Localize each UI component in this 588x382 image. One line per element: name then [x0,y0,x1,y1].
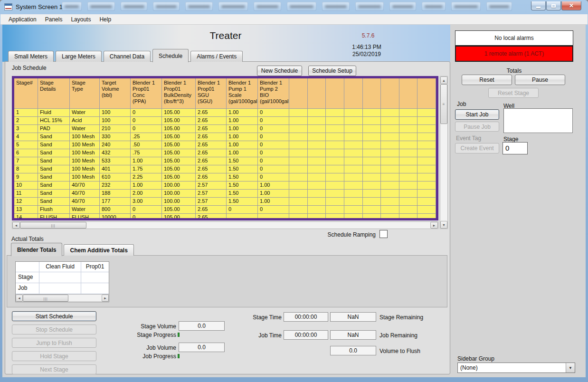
schedule-cell-empty[interactable] [399,157,418,165]
schedule-cell-empty[interactable] [308,173,326,181]
schedule-cell[interactable]: 1.00 [131,157,162,165]
sidebar-group-dropdown[interactable]: (None) ▼ [457,363,575,373]
schedule-cell[interactable]: 105.00 [162,125,196,133]
schedule-cell-empty[interactable] [326,149,344,157]
schedule-cell-empty[interactable] [326,125,344,133]
schedule-cell[interactable]: 188 [100,190,131,198]
schedule-cell[interactable]: 40/70 [70,181,100,190]
schedule-cell-empty[interactable] [417,133,436,141]
schedule-cell-empty[interactable] [399,214,418,220]
schedule-cell[interactable]: 1.50 [227,181,258,190]
well-box[interactable] [503,108,573,133]
scroll-up-arrow[interactable]: ▲ [440,76,447,84]
schedule-cell-empty[interactable] [399,109,418,117]
schedule-cell[interactable]: Sand [38,157,70,165]
schedule-cell-empty[interactable] [289,157,308,165]
schedule-cell-empty[interactable] [399,206,418,214]
tab-blender-totals[interactable]: Blender Totals [11,243,62,256]
tab-schedule[interactable]: Schedule [152,49,189,62]
schedule-cell-empty[interactable] [417,149,436,157]
schedule-cell[interactable]: 1.50 [227,173,258,181]
schedule-cell[interactable]: 14 [14,214,38,220]
vertical-scroll-track[interactable] [440,124,447,221]
schedule-cell-empty[interactable] [308,149,326,157]
schedule-cell-empty[interactable] [289,214,308,220]
schedule-cell-empty[interactable] [308,181,326,190]
schedule-cell-empty[interactable] [289,141,308,149]
schedule-cell[interactable]: 100 Mesh [70,173,100,181]
schedule-cell[interactable]: 2.65 [196,173,227,181]
schedule-cell[interactable]: 0 [258,157,289,165]
schedule-cell[interactable]: 100 [100,117,131,125]
schedule-cell[interactable]: 0 [131,214,162,220]
schedule-cell[interactable]: 1.00 [227,133,258,141]
schedule-cell[interactable]: Water [70,206,100,214]
schedule-cell-empty[interactable] [381,190,399,198]
schedule-cell[interactable]: 1.50 [227,165,258,173]
schedule-cell[interactable]: 1.00 [258,181,289,190]
schedule-cell[interactable]: 13 [14,206,38,214]
schedule-cell-empty[interactable] [399,198,418,206]
schedule-cell[interactable]: 2.25 [131,173,162,181]
schedule-cell[interactable]: 100 Mesh [70,141,100,149]
schedule-cell[interactable]: 1 [14,109,38,117]
schedule-cell[interactable]: 2.00 [131,190,162,198]
close-button[interactable]: ✕ [561,1,581,10]
schedule-cell-empty[interactable] [326,157,344,165]
schedule-cell[interactable]: 432 [100,149,131,157]
schedule-cell-empty[interactable] [344,141,363,149]
schedule-cell[interactable]: Acid [70,117,100,125]
schedule-cell[interactable]: 10 [14,181,38,190]
schedule-cell[interactable]: 1.00 [227,125,258,133]
schedule-cell-empty[interactable] [344,109,363,117]
horizontal-scroll-thumb[interactable]: ||| [23,295,68,302]
schedule-cell-empty[interactable] [344,149,363,157]
schedule-cell-empty[interactable] [289,117,308,125]
schedule-cell-empty[interactable] [308,206,326,214]
schedule-cell-empty[interactable] [308,125,326,133]
schedule-cell-empty[interactable] [344,133,363,141]
schedule-cell[interactable]: 401 [100,165,131,173]
schedule-cell[interactable]: 1.00 [131,181,162,190]
schedule-cell-empty[interactable] [417,165,436,173]
schedule-cell[interactable]: Water [70,125,100,133]
schedule-cell[interactable]: 100.00 [162,181,196,190]
schedule-cell[interactable]: 12 [14,198,38,206]
scroll-right-arrow[interactable]: ► [102,295,109,302]
schedule-cell[interactable]: 2.65 [196,141,227,149]
minimize-button[interactable] [531,1,546,10]
schedule-cell-empty[interactable] [381,165,399,173]
schedule-cell-empty[interactable] [289,125,308,133]
scroll-right-arrow[interactable]: ► [430,222,438,229]
schedule-cell-empty[interactable] [363,181,381,190]
tab-chem-additive-totals[interactable]: Chem Additive Totals [64,244,133,256]
schedule-cell[interactable]: 0 [131,117,162,125]
schedule-cell[interactable]: 105.00 [162,173,196,181]
schedule-cell-empty[interactable] [417,109,436,117]
schedule-cell[interactable]: .50 [131,141,162,149]
schedule-cell-empty[interactable] [308,109,326,117]
schedule-cell[interactable]: 232 [100,181,131,190]
schedule-cell[interactable]: 105.00 [162,133,196,141]
schedule-cell-empty[interactable] [399,173,418,181]
schedule-cell-empty[interactable] [308,190,326,198]
schedule-cell[interactable]: 1.00 [258,198,289,206]
schedule-cell-empty[interactable] [326,117,344,125]
start-schedule-button[interactable]: Start Schedule [12,311,96,321]
schedule-cell[interactable]: Sand [38,149,70,157]
schedule-cell-empty[interactable] [381,157,399,165]
horizontal-scroll-thumb[interactable]: ||| [20,222,86,229]
schedule-cell[interactable]: 100 [100,109,131,117]
schedule-cell-empty[interactable] [344,198,363,206]
schedule-cell[interactable]: 0 [258,206,289,214]
schedule-cell[interactable]: 10000 [100,214,131,220]
schedule-cell[interactable]: 0 [258,117,289,125]
schedule-cell[interactable]: 1.00 [227,117,258,125]
schedule-cell[interactable]: PAD [38,125,70,133]
schedule-cell-empty[interactable] [326,190,344,198]
schedule-cell[interactable]: Water [70,109,100,117]
schedule-cell[interactable]: 105.00 [162,165,196,173]
schedule-cell[interactable]: 0 [258,149,289,157]
schedule-cell-empty[interactable] [417,125,436,133]
schedule-cell-empty[interactable] [308,117,326,125]
